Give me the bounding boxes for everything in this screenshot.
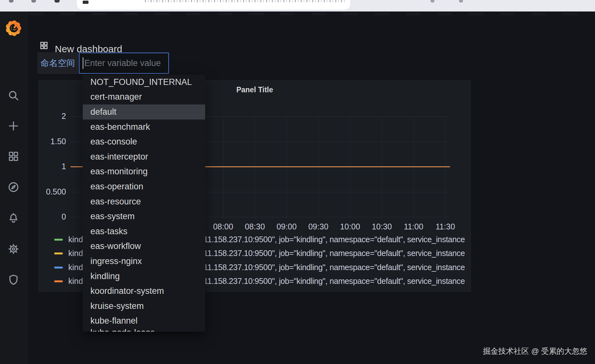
legend-label-clip: 11.158.237.10:9500", job="kindling", nam… — [205, 277, 469, 286]
settings-gear-icon[interactable] — [7, 243, 20, 255]
dropdown-option[interactable]: kube-flannel — [83, 314, 205, 329]
legend-label-clip: 11.158.237.10:9500", job="kindling", nam… — [205, 235, 469, 244]
legend-label-fragment: 11.158.237.10:9500", job="kindling", nam… — [205, 263, 465, 272]
legend-label-fragment: kind — [68, 249, 83, 258]
legend-swatch — [54, 239, 63, 241]
grafana-page: New dashboard 命名空间 Enter variable value … — [0, 0, 595, 364]
grafana-logo[interactable] — [5, 20, 22, 37]
legend-label-fragment: 11.158.237.10:9500", job="kindling", nam… — [205, 249, 465, 258]
dropdown-option[interactable]: eas-monitoring — [83, 164, 205, 179]
x-axis-tick-label: 08:00 — [213, 222, 233, 231]
dropdown-option[interactable]: kindling — [83, 269, 205, 284]
dropdown-option[interactable]: eas-benchmark — [83, 120, 205, 135]
dashboard-grid-icon — [39, 41, 48, 50]
y-axis-tick-label: 0 — [39, 212, 66, 221]
x-axis-tick-label: 11:30 — [436, 222, 455, 231]
browser-url-text-fragment — [145, 0, 347, 2]
watermark-text: 掘金技术社区 @ 受累的大忽悠 — [483, 346, 587, 356]
dropdown-option[interactable]: kruise-system — [83, 299, 205, 314]
dropdown-option[interactable]: eas-operation — [83, 179, 205, 194]
x-axis-tick-label: 08:30 — [245, 222, 265, 231]
browser-icon-fragment — [31, 0, 36, 3]
dropdown-option[interactable]: cert-manager — [83, 90, 205, 105]
x-axis-tick-label: 10:30 — [372, 222, 392, 231]
dropdown-option[interactable]: eas-workflow — [83, 239, 205, 254]
browser-icon-fragment — [54, 0, 60, 3]
variable-label: 命名空间 — [38, 53, 78, 74]
sidebar-nav — [0, 12, 27, 364]
admin-shield-icon[interactable] — [7, 274, 20, 286]
browser-icon-fragment — [431, 0, 434, 3]
dropdown-option[interactable]: NOT_FOUND_INTERNAL — [83, 75, 205, 90]
x-axis-tick-label: 09:00 — [277, 222, 297, 231]
dropdown-option[interactable]: eas-system — [83, 209, 205, 224]
explore-compass-icon[interactable] — [7, 181, 20, 193]
legend-label-clip: 11.158.237.10:9500", job="kindling", nam… — [205, 263, 469, 272]
x-axis-tick-label: 11:00 — [404, 222, 423, 231]
plus-icon[interactable] — [7, 120, 20, 132]
browser-icon-fragment — [459, 0, 463, 3]
legend-label-fragment: 11.158.237.10:9500", job="kindling", nam… — [205, 235, 465, 244]
browser-chrome-strip — [0, 0, 595, 12]
input-placeholder: Enter variable value — [84, 58, 161, 68]
browser-favicon — [83, 1, 88, 4]
alerting-bell-icon[interactable] — [7, 212, 20, 224]
dashboards-grid-icon[interactable] — [8, 151, 19, 162]
dropdown-option[interactable]: default — [83, 104, 205, 120]
dashboard-header: New dashboard — [27, 12, 595, 53]
x-axis-tick-label: 09:30 — [308, 222, 329, 231]
variable-value-input[interactable]: Enter variable value — [79, 53, 169, 74]
dropdown-option[interactable]: eas-tasks — [83, 224, 205, 239]
y-axis-tick-label: 2 — [39, 112, 66, 121]
dropdown-option[interactable]: ingress-nginx — [83, 254, 205, 269]
dropdown-option[interactable]: eas-console — [83, 134, 205, 149]
dropdown-option-partial[interactable]: kube-node-lease — [83, 328, 205, 332]
legend-swatch — [54, 280, 63, 282]
y-axis-tick-label: 1.50 — [39, 137, 66, 146]
dropdown-option[interactable]: eas-interceptor — [83, 149, 205, 164]
legend-label-fragment: kind — [68, 263, 83, 272]
legend-swatch — [54, 267, 63, 269]
legend-label-fragment: kind — [68, 277, 83, 286]
x-axis-tick-label: 10:00 — [340, 222, 360, 231]
browser-icon-fragment — [9, 0, 13, 3]
legend-label-fragment: 11.158.237.10:9500", job="kindling", nam… — [205, 277, 465, 286]
y-axis-tick-label: 1 — [39, 162, 66, 171]
text-caret — [83, 57, 83, 69]
search-icon[interactable] — [7, 89, 20, 102]
dropdown-option[interactable]: eas-resource — [83, 194, 205, 209]
namespace-dropdown-list: NOT_FOUND_INTERNALcert-managerdefaulteas… — [83, 75, 205, 332]
legend-swatch — [54, 252, 63, 254]
dropdown-option[interactable]: koordinator-system — [83, 284, 205, 299]
legend-label-fragment: kind — [68, 235, 83, 244]
y-axis-tick-label: 0.500 — [39, 187, 66, 196]
legend-label-clip: 11.158.237.10:9500", job="kindling", nam… — [205, 249, 469, 258]
